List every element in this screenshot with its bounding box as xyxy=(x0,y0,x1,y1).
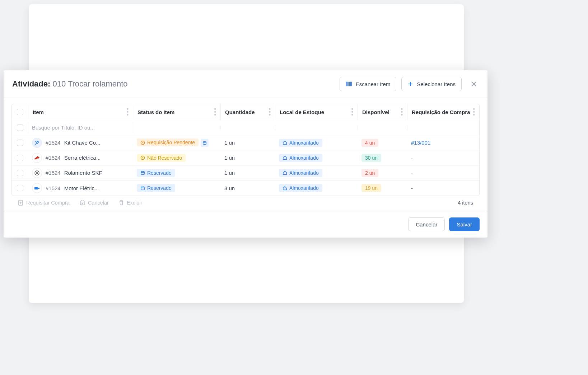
available-badge: 4 un xyxy=(361,139,378,147)
location-cell: Almoxarifado xyxy=(275,182,358,194)
item-id: #1524 xyxy=(46,140,61,146)
table-row[interactable]: #1524Serra elétrica... Não Reservado1 un… xyxy=(12,150,479,165)
col-menu-icon[interactable]: ••• xyxy=(214,108,216,116)
item-icon xyxy=(32,183,42,193)
item-id: #1524 xyxy=(46,185,61,191)
svg-rect-1 xyxy=(203,141,206,144)
scheduled-badge[interactable] xyxy=(201,139,209,147)
filter-available-cell[interactable] xyxy=(358,126,407,130)
modal-footer: Cancelar Salvar xyxy=(4,211,487,238)
available-cell: 19 un xyxy=(358,182,407,194)
col-available[interactable]: Disponível••• xyxy=(358,104,407,120)
location-badge[interactable]: Almoxarifado xyxy=(279,184,322,192)
item-icon xyxy=(32,153,42,163)
item-count: 4 itens xyxy=(458,200,473,206)
table-footer-actions: Requisitar Compra Cancelar Excluir 4 ite… xyxy=(11,196,480,211)
svg-rect-6 xyxy=(34,187,38,189)
status-cell: Reservado xyxy=(133,167,221,179)
row-checkbox[interactable] xyxy=(17,140,23,146)
col-menu-icon[interactable]: ••• xyxy=(269,108,271,116)
filter-qty-cell[interactable] xyxy=(221,126,275,130)
table-row[interactable]: #1524Kit Chave Co... Requisição Pendente… xyxy=(12,135,479,150)
save-button[interactable]: Salvar xyxy=(449,217,480,231)
cancel-reservation-action[interactable]: Cancelar xyxy=(80,200,109,206)
request-purchase-action[interactable]: Requisitar Compra xyxy=(18,200,70,206)
filter-status-cell[interactable] xyxy=(133,126,221,130)
status-label: Não Reservado xyxy=(147,155,182,161)
available-cell: 30 un xyxy=(358,152,407,164)
item-icon xyxy=(32,138,42,148)
svg-point-3 xyxy=(35,171,39,175)
item-icon xyxy=(32,168,42,178)
table-row[interactable]: #1524Rolamento SKF Reservado1 un Almoxar… xyxy=(12,165,479,181)
col-req[interactable]: Requisição de Compra••• xyxy=(407,104,479,120)
location-badge[interactable]: Almoxarifado xyxy=(279,169,322,177)
col-qty[interactable]: Quantidade••• xyxy=(221,104,275,120)
home-icon xyxy=(283,140,287,145)
item-title: Rolamento SKF xyxy=(64,170,102,176)
req-cell: - xyxy=(407,168,479,178)
title-prefix: Atividade: xyxy=(12,79,52,88)
row-checkbox[interactable] xyxy=(17,155,23,161)
item-id: #1524 xyxy=(46,155,61,161)
qty-cell: 1 un xyxy=(221,137,275,148)
status-cell: Não Reservado xyxy=(133,152,221,164)
cancel-button[interactable]: Cancelar xyxy=(408,217,445,231)
location-badge[interactable]: Almoxarifado xyxy=(279,154,322,162)
col-status[interactable]: Status do Item••• xyxy=(133,104,221,120)
col-menu-icon[interactable]: ••• xyxy=(126,108,129,116)
table-header-row: Item••• Status do Item••• Quantidade••• … xyxy=(12,104,479,120)
delete-action[interactable]: Excluir xyxy=(119,200,143,206)
select-all-checkbox[interactable] xyxy=(17,109,23,115)
status-label: Reservado xyxy=(147,170,172,176)
col-menu-icon[interactable]: ••• xyxy=(401,108,403,116)
items-table: Item••• Status do Item••• Quantidade••• … xyxy=(11,104,480,196)
scan-item-label: Escanear Item xyxy=(356,81,391,87)
row-checkbox[interactable] xyxy=(17,185,23,191)
location-cell: Almoxarifado xyxy=(275,152,358,164)
item-cell: #1524Rolamento SKF xyxy=(32,168,130,178)
req-cell: #13/001 xyxy=(407,137,479,148)
purchase-req-empty: - xyxy=(411,185,413,191)
select-items-label: Selecionar Itens xyxy=(417,81,456,87)
close-button[interactable] xyxy=(469,79,479,89)
item-title: Motor Elétric... xyxy=(64,185,99,191)
req-cell: - xyxy=(407,183,479,193)
status-badge[interactable]: Reservado xyxy=(137,184,175,192)
svg-rect-7 xyxy=(38,188,39,189)
filter-checkbox[interactable] xyxy=(17,125,23,131)
col-menu-icon[interactable]: ••• xyxy=(473,108,475,116)
status-cell: Reservado xyxy=(133,182,221,194)
col-location[interactable]: Local de Estoque••• xyxy=(275,104,358,120)
svg-rect-8 xyxy=(141,187,144,189)
location-badge[interactable]: Almoxarifado xyxy=(279,139,322,147)
title-activity: 010 Trocar rolamento xyxy=(52,79,127,88)
select-items-button[interactable]: Selecionar Itens xyxy=(401,77,462,91)
home-icon xyxy=(283,170,287,175)
filter-req-cell[interactable] xyxy=(407,126,479,130)
status-badge[interactable]: Requisição Pendente xyxy=(137,139,199,146)
col-menu-icon[interactable]: ••• xyxy=(351,108,353,116)
table-row[interactable]: #1524Motor Elétric... Reservado3 un Almo… xyxy=(12,181,479,196)
qty-cell: 1 un xyxy=(221,168,275,178)
purchase-req-empty: - xyxy=(411,170,413,176)
location-cell: Almoxarifado xyxy=(275,137,358,149)
filter-location-cell[interactable] xyxy=(275,126,358,130)
calendar-x-icon xyxy=(80,200,85,206)
home-icon xyxy=(283,155,287,160)
close-icon xyxy=(470,80,477,88)
scan-item-button[interactable]: Escanear Item xyxy=(340,77,397,91)
qty-cell: 1 un xyxy=(221,153,275,163)
location-cell: Almoxarifado xyxy=(275,167,358,179)
modal-header: Atividade: 010 Trocar rolamento Escanear… xyxy=(4,70,487,98)
barcode-icon xyxy=(346,81,352,87)
home-icon xyxy=(283,186,287,191)
row-checkbox[interactable] xyxy=(17,170,23,176)
filter-checkbox-cell xyxy=(12,122,28,133)
status-badge[interactable]: Não Reservado xyxy=(137,154,186,162)
status-badge[interactable]: Reservado xyxy=(137,169,175,177)
status-label: Reservado xyxy=(147,185,172,191)
purchase-req-link[interactable]: #13/001 xyxy=(411,140,430,146)
search-input[interactable] xyxy=(32,125,129,131)
col-item[interactable]: Item••• xyxy=(28,104,133,120)
